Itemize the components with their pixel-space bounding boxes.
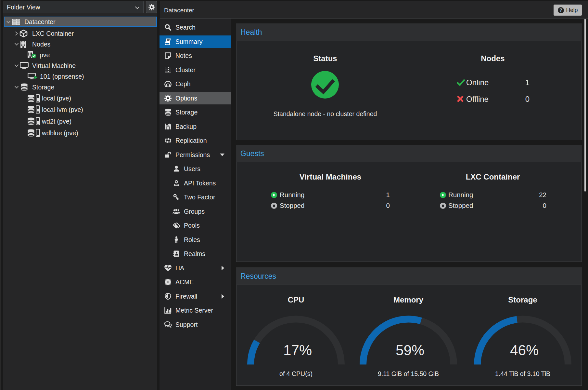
svg-text:?: ? — [559, 7, 562, 13]
